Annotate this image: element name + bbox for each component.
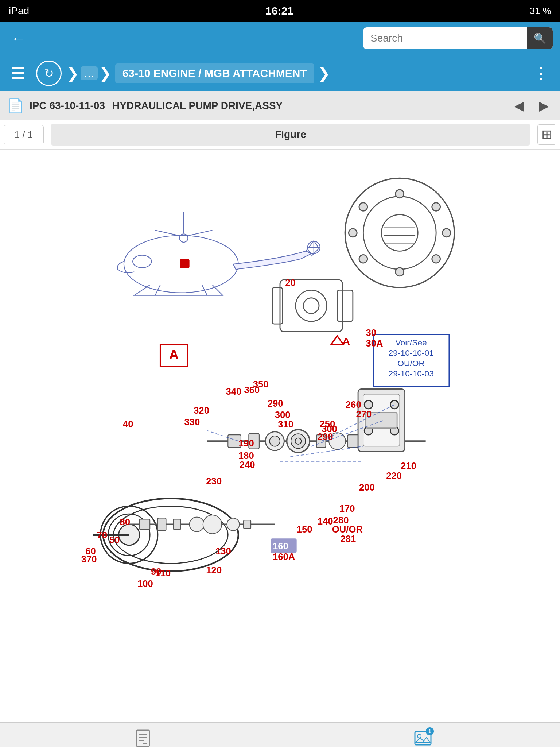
breadcrumb-item[interactable]: 63-10 ENGINE / MGB ATTACHMENT — [115, 63, 314, 83]
svg-text:70: 70 — [97, 530, 108, 540]
svg-text:180: 180 — [238, 450, 254, 461]
svg-text:210: 210 — [401, 461, 416, 471]
svg-point-71 — [190, 517, 204, 532]
svg-text:340: 340 — [226, 386, 242, 396]
tab-illustrations[interactable]: 1 Illustrations — [400, 729, 446, 747]
more-button[interactable]: ⋮ — [526, 64, 556, 82]
svg-text:281: 281 — [341, 534, 356, 544]
battery: 31 % — [530, 5, 551, 17]
nav-arrows: ◀ ▶ — [510, 98, 553, 113]
svg-text:20: 20 — [285, 278, 296, 288]
search-input-wrap: 🔍 — [363, 27, 553, 49]
document-unit-icon — [133, 729, 152, 747]
search-bar: ← 🔍 — [0, 22, 560, 55]
svg-text:370: 370 — [81, 554, 97, 564]
svg-text:160A: 160A — [273, 551, 295, 562]
svg-rect-70 — [173, 519, 180, 530]
svg-text:40: 40 — [123, 419, 133, 429]
svg-point-73 — [227, 518, 239, 531]
svg-text:30A: 30A — [366, 338, 383, 348]
breadcrumb-dots[interactable]: ... — [81, 66, 98, 80]
svg-point-20 — [349, 229, 357, 237]
svg-text:300: 300 — [275, 410, 291, 420]
illustrations-icon: 1 — [413, 729, 432, 747]
part-title-bar: 📄 IPC 63-10-11-03 HYDRAULICAL PUMP DRIVE… — [0, 91, 560, 120]
illustration-badge: 1 — [426, 727, 434, 735]
search-button[interactable]: 🔍 — [527, 27, 553, 49]
menu-button[interactable]: ☰ — [4, 64, 32, 82]
search-input[interactable] — [363, 32, 527, 44]
svg-text:130: 130 — [215, 546, 231, 556]
svg-text:A: A — [169, 347, 179, 362]
svg-text:200: 200 — [359, 482, 375, 492]
svg-rect-123 — [136, 730, 149, 746]
breadcrumb-arrow-3: ❯ — [318, 65, 330, 82]
breadcrumb-arrow-1: ❯ — [67, 65, 79, 82]
svg-text:30: 30 — [366, 328, 377, 338]
next-arrow[interactable]: ▶ — [535, 98, 553, 113]
svg-text:320: 320 — [194, 405, 209, 415]
grid-view-button[interactable]: ⊞ — [537, 124, 556, 145]
svg-rect-69 — [158, 518, 166, 531]
breadcrumb-arrow-2: ❯ — [99, 65, 112, 82]
location-marker — [180, 259, 190, 268]
diagram-svg: A A Voir/See 29-10-10-01 OU/OR 29-10-10-… — [0, 150, 560, 722]
svg-text:100: 100 — [137, 578, 153, 589]
svg-text:120: 120 — [206, 565, 222, 575]
page-indicator: 1 / 1 — [4, 125, 44, 144]
svg-text:160: 160 — [273, 541, 288, 551]
svg-text:230: 230 — [206, 476, 222, 486]
svg-point-21 — [359, 203, 368, 211]
svg-point-130 — [417, 734, 421, 738]
svg-point-17 — [432, 255, 440, 263]
svg-text:190: 190 — [238, 438, 254, 448]
svg-point-19 — [359, 255, 368, 263]
svg-point-15 — [432, 203, 440, 211]
svg-text:150: 150 — [297, 524, 312, 534]
svg-point-50 — [269, 436, 280, 446]
svg-point-16 — [442, 229, 451, 237]
svg-point-22 — [396, 190, 404, 198]
tab-document-unit[interactable]: Document Unit — [114, 729, 171, 747]
svg-text:260: 260 — [346, 399, 361, 410]
svg-text:330: 330 — [184, 417, 200, 427]
svg-text:Voir/See: Voir/See — [396, 338, 427, 347]
svg-point-72 — [203, 515, 222, 534]
refresh-button[interactable]: ↻ — [36, 61, 62, 86]
svg-text:220: 220 — [386, 471, 402, 481]
svg-text:OU/OR: OU/OR — [332, 524, 363, 534]
svg-text:OU/OR: OU/OR — [397, 359, 425, 368]
svg-text:170: 170 — [339, 503, 355, 514]
svg-rect-68 — [140, 519, 150, 530]
svg-text:240: 240 — [240, 460, 255, 470]
svg-text:140: 140 — [318, 516, 333, 526]
svg-point-52 — [291, 434, 306, 448]
device-name: iPad — [9, 5, 29, 17]
part-name: HYDRAULICAL PUMP DRIVE,ASSY — [112, 100, 510, 112]
svg-text:360: 360 — [244, 385, 260, 395]
diagram-area[interactable]: A A Voir/See 29-10-10-01 OU/OR 29-10-10-… — [0, 150, 560, 722]
svg-point-63 — [390, 400, 399, 409]
svg-text:80: 80 — [120, 517, 130, 527]
svg-point-18 — [396, 268, 404, 276]
svg-text:310: 310 — [278, 419, 293, 429]
prev-arrow[interactable]: ◀ — [510, 98, 528, 113]
svg-text:50: 50 — [109, 535, 120, 545]
svg-text:110: 110 — [155, 568, 171, 578]
breadcrumb-bar: ☰ ↻ ❯ ... ❯ 63-10 ENGINE / MGB ATTACHMEN… — [0, 55, 560, 91]
time: 16:21 — [265, 5, 293, 17]
document-icon: 📄 — [7, 98, 24, 113]
figure-header: 1 / 1 Figure ⊞ — [0, 120, 560, 150]
figure-label: Figure — [51, 124, 530, 146]
bottom-bar: Document Unit 1 Illustrations — [0, 722, 560, 747]
status-bar: iPad 16:21 31 % — [0, 0, 560, 22]
part-id: IPC 63-10-11-03 — [30, 100, 105, 112]
back-button[interactable]: ← — [7, 30, 29, 47]
svg-text:29-10-10-03: 29-10-10-03 — [388, 369, 433, 378]
svg-text:29-10-10-01: 29-10-10-01 — [388, 348, 433, 357]
svg-point-62 — [364, 400, 373, 409]
svg-text:300: 300 — [322, 424, 337, 434]
svg-text:280: 280 — [333, 515, 349, 525]
svg-text:290: 290 — [268, 398, 283, 409]
svg-rect-74 — [244, 520, 251, 529]
